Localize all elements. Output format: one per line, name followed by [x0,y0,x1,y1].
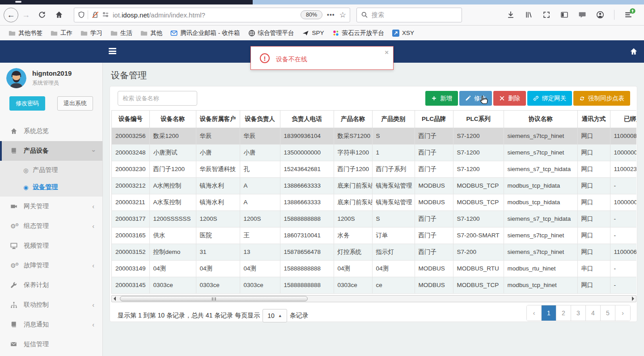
sidebar-subitem-设备管理[interactable]: ◉设备管理 [0,179,102,196]
url-text[interactable]: iot.idosp.net/admin/index.html? [113,11,301,19]
column-header[interactable]: PLC系列 [453,111,504,128]
sidebar-item-故障管理[interactable]: ⚙⚙故障管理‹ [0,256,102,275]
link-icon [533,95,539,101]
device-search-input[interactable] [118,91,197,106]
bookmark-item[interactable]: 综合管理平台 [244,28,298,39]
column-header[interactable]: 负责人电话 [280,111,334,128]
zoom-level-badge[interactable]: 80% [301,10,322,19]
table-row[interactable]: 200003256数采1200华辰华辰18390936104数采S71200S西… [112,128,636,144]
download-icon[interactable] [507,11,515,19]
column-header[interactable]: 设备所属客户 [196,111,240,128]
column-header[interactable]: 设备编号 [112,111,149,128]
pager-page-5[interactable]: 5 [601,305,615,321]
chat-icon[interactable] [578,11,586,19]
pager-prev[interactable]: ‹ [527,305,542,321]
logout-button[interactable]: 退出系统 [57,96,93,111]
scroll-left-arrow-icon[interactable] [114,296,116,301]
hamburger-icon[interactable] [109,48,116,54]
table-row[interactable]: 200003152控制demo311315878656478灯控系统指示灯西门子… [112,244,636,260]
caret-up-icon: ▲ [278,313,282,318]
pager-page-1[interactable]: 1 [542,305,556,321]
change-password-button[interactable]: 修改密码 [9,96,45,111]
table-cell: S7-1200 [453,144,504,161]
bookmark-item[interactable]: 腾讯企业邮箱 - 收件箱 [166,28,244,39]
action-button-删除[interactable]: 删除 [493,91,526,106]
bookmark-item[interactable]: 其他书签 [4,28,47,39]
pager-page-4[interactable]: 4 [586,305,601,321]
screenshot-icon[interactable] [542,11,551,19]
sidebar-item-网关管理[interactable]: 网关管理‹ [0,197,102,216]
sidebar-item-保养计划[interactable]: 保养计划 [0,275,102,295]
action-button-新增[interactable]: 新增 [425,91,458,106]
table-row[interactable]: 20000314904测04测04测1588888888804测04测MODBU… [112,260,636,277]
page-actions-icon[interactable]: ••• [327,11,335,18]
back-button[interactable]: ← [4,8,18,22]
sidebar-subitem-产品管理[interactable]: ◎产品管理 [0,162,102,179]
browser-active-tab[interactable] [0,0,253,4]
sidebar-toggle-icon[interactable] [560,11,568,19]
bookmark-star-icon[interactable]: ☆ [339,10,346,20]
sidebar-item-消息通知[interactable]: 消息通知‹ [0,315,102,335]
browser-search-bar[interactable] [356,8,462,22]
library-icon[interactable] [525,11,533,19]
bookmark-item[interactable]: SPY [298,28,328,38]
sidebar-item-视频管理[interactable]: 视频管理 [0,236,102,256]
table-row[interactable]: 200003211A水泵控制镇海水利A13886663333底来门前泵站镇海泵站… [112,194,636,210]
table-row[interactable]: 200003230西门子1200华辰智通科技孔15243642681西门子120… [112,161,636,177]
column-header[interactable]: 已绑定网关 [610,111,636,128]
browser-search-input[interactable] [372,11,448,18]
column-header[interactable]: PLC品牌 [415,111,453,128]
column-header[interactable]: 设备名称 [149,111,196,128]
column-header[interactable]: 通讯方式 [577,111,610,128]
action-button-绑定网关[interactable]: 绑定网关 [527,91,572,106]
table-cell: 串口 [577,260,610,277]
home-icon [10,128,19,135]
action-button-强制同步点表[interactable]: 强制同步点表 [573,91,630,106]
account-icon[interactable] [596,11,604,19]
bookmark-item[interactable]: 学习 [76,28,106,39]
column-header[interactable]: 协议名称 [504,111,577,128]
column-header[interactable]: 设备负责人 [240,111,280,128]
menu-icon[interactable] [624,11,632,19]
sidebar-item-产品设备[interactable]: 产品设备‹ [0,141,102,161]
sidebar-item-组态管理[interactable]: ⚙⚙组态管理‹ [0,216,102,236]
sidebar-item-短信管理[interactable]: 短信管理 [0,335,102,354]
pager-page-2[interactable]: 2 [556,305,571,321]
alert-toast: ! 设备不在线 × [250,46,394,70]
scroll-right-arrow-icon[interactable] [632,296,634,301]
alert-close-icon[interactable]: × [385,48,389,56]
table-row[interactable]: 2000031450303ce0303ce0303ce1588888888803… [112,277,636,293]
bookmark-label: 萤石云开放平台 [342,29,385,37]
column-header[interactable]: 产品名称 [334,111,372,128]
sidebar-item-系统总览[interactable]: 系统总览 [0,121,102,141]
bookmark-item[interactable]: 工作 [47,28,76,39]
forward-button[interactable]: → [18,10,34,20]
table-cell: MODBUS_TCP [453,177,504,194]
home-button[interactable] [51,11,68,19]
table-cell: 04测 [149,260,196,277]
column-header[interactable]: 产品类别 [372,111,415,128]
page-size-select[interactable]: 10 ▲ [263,309,287,322]
bookmark-item[interactable]: 生活 [106,28,136,39]
bookmark-item[interactable]: XSY [388,28,418,38]
table-row[interactable]: 200003212A水闸控制镇海水利A13886663333底来门前泵站镇海泵站… [112,177,636,194]
table-row[interactable]: 2000031771200SSSSSS1200S1200S15888888888… [112,210,636,227]
reload-button[interactable] [34,11,51,19]
table-cell: siemens_s7tcp_hinet [504,227,577,244]
insecure-lock-icon[interactable] [92,11,99,18]
table-row[interactable]: 200003248小唐测试小唐小唐13500000000字符串12001西门子S… [112,144,636,161]
table-cell: 数采1200 [149,128,196,144]
bookmark-item[interactable]: 萤石云开放平台 [328,28,389,39]
horizontal-scrollbar[interactable] [111,295,636,302]
sidebar-item-联动控制[interactable]: 联动控制‹ [0,295,102,315]
table-row[interactable]: 200003165供水医院王18607310041水务订单西门子S7-200-S… [112,227,636,244]
scrollbar-thumb[interactable] [120,296,308,301]
permissions-icon[interactable] [102,11,109,18]
pager-next[interactable]: › [615,305,630,321]
pager-page-3[interactable]: 3 [571,305,586,321]
bookmark-item[interactable]: 其他 [136,28,166,39]
shield-icon[interactable] [78,11,85,18]
url-bar[interactable]: iot.idosp.net/admin/index.html? 80% ••• … [74,8,350,22]
navbar-home-icon[interactable] [630,47,638,56]
table-cell: 1100008 [610,128,636,144]
